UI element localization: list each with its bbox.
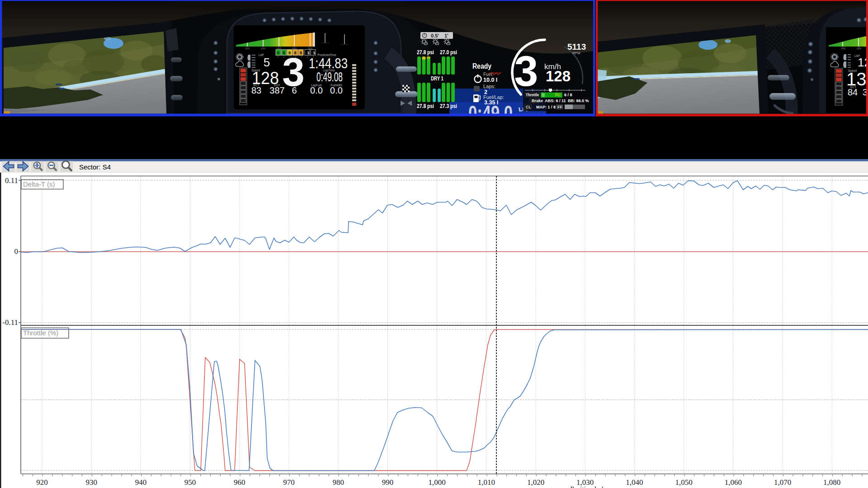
svg-text:980: 980 bbox=[332, 478, 344, 487]
svg-text:Laps:: Laps: bbox=[483, 84, 495, 89]
svg-text:990: 990 bbox=[382, 478, 394, 487]
svg-text:TC:: TC: bbox=[555, 93, 561, 97]
svg-text:940: 940 bbox=[135, 478, 147, 487]
svg-text:Position Index: Position Index bbox=[570, 485, 610, 488]
svg-text:920: 920 bbox=[36, 478, 48, 487]
svg-text:1000: 1000 bbox=[245, 47, 250, 50]
svg-text:950: 950 bbox=[184, 478, 196, 487]
svg-text:5: 5 bbox=[264, 56, 270, 69]
svg-text:Sector: S4: Sector: S4 bbox=[79, 163, 111, 171]
svg-text:128: 128 bbox=[252, 68, 279, 88]
svg-text:1,020: 1,020 bbox=[527, 478, 544, 487]
svg-text:Delta-T (s): Delta-T (s) bbox=[23, 180, 55, 188]
svg-text:1,050: 1,050 bbox=[675, 478, 692, 487]
svg-text:27.8 psi: 27.8 psi bbox=[417, 49, 434, 56]
svg-text:0.0: 0.0 bbox=[310, 85, 323, 95]
svg-text:83: 83 bbox=[251, 85, 261, 95]
svg-text:1': 1' bbox=[444, 33, 448, 38]
svg-text:930: 930 bbox=[85, 478, 97, 487]
svg-text:1: 1 bbox=[313, 51, 316, 55]
svg-text:2000: 2000 bbox=[261, 47, 266, 50]
svg-text:RPM: RPM bbox=[572, 51, 580, 55]
svg-text:3.35 l: 3.35 l bbox=[484, 99, 498, 106]
svg-text:Throttle: Throttle bbox=[526, 93, 539, 97]
svg-text:27.0 psi: 27.0 psi bbox=[440, 49, 457, 56]
svg-text:1,080: 1,080 bbox=[823, 478, 840, 487]
svg-text:CL: CL bbox=[526, 105, 531, 109]
svg-text:-0.11: -0.11 bbox=[2, 318, 18, 327]
svg-text:27.8 psi: 27.8 psi bbox=[417, 103, 434, 109]
svg-text:970: 970 bbox=[283, 478, 295, 487]
svg-text:0: 0 bbox=[277, 51, 279, 55]
svg-text:960: 960 bbox=[234, 478, 245, 487]
svg-text:0.0: 0.0 bbox=[330, 85, 343, 95]
svg-text:1: 1 bbox=[307, 51, 310, 55]
svg-text:FF: FF bbox=[557, 105, 562, 109]
svg-text:1,070: 1,070 bbox=[774, 478, 791, 487]
svg-text:10.0 l: 10.0 l bbox=[483, 77, 497, 83]
svg-text:MAP: 1 / 8: MAP: 1 / 8 bbox=[536, 105, 556, 109]
svg-text:84: 84 bbox=[848, 87, 858, 97]
svg-text:1,040: 1,040 bbox=[626, 478, 643, 487]
svg-text:1000: 1000 bbox=[841, 47, 846, 50]
svg-text:387: 387 bbox=[269, 85, 284, 95]
svg-text:0.11: 0.11 bbox=[5, 176, 18, 185]
svg-text:BB: 66.0 %: BB: 66.0 % bbox=[568, 99, 589, 103]
svg-text:1,060: 1,060 bbox=[725, 478, 742, 487]
svg-text:5113: 5113 bbox=[567, 42, 586, 52]
svg-text:Brake: Brake bbox=[532, 99, 543, 103]
svg-text:0: 0 bbox=[14, 247, 19, 256]
svg-text:ABS: 6 / 11: ABS: 6 / 11 bbox=[545, 99, 566, 103]
svg-text:2000: 2000 bbox=[857, 47, 862, 50]
svg-text:136: 136 bbox=[846, 69, 868, 89]
svg-text:128: 128 bbox=[546, 68, 571, 84]
svg-text:DRY 1: DRY 1 bbox=[431, 75, 443, 82]
svg-text:1,000: 1,000 bbox=[428, 478, 445, 487]
svg-text:Ready: Ready bbox=[472, 62, 491, 70]
svg-text:0.5': 0.5' bbox=[431, 33, 439, 38]
svg-text:6 / 8: 6 / 8 bbox=[564, 93, 572, 97]
svg-text:27.3 psi: 27.3 psi bbox=[440, 103, 457, 109]
svg-text:0:49.08: 0:49.08 bbox=[316, 69, 343, 84]
svg-text:Throttle (%): Throttle (%) bbox=[23, 329, 58, 337]
svg-text:6: 6 bbox=[292, 85, 297, 95]
svg-text:1,010: 1,010 bbox=[478, 478, 495, 487]
